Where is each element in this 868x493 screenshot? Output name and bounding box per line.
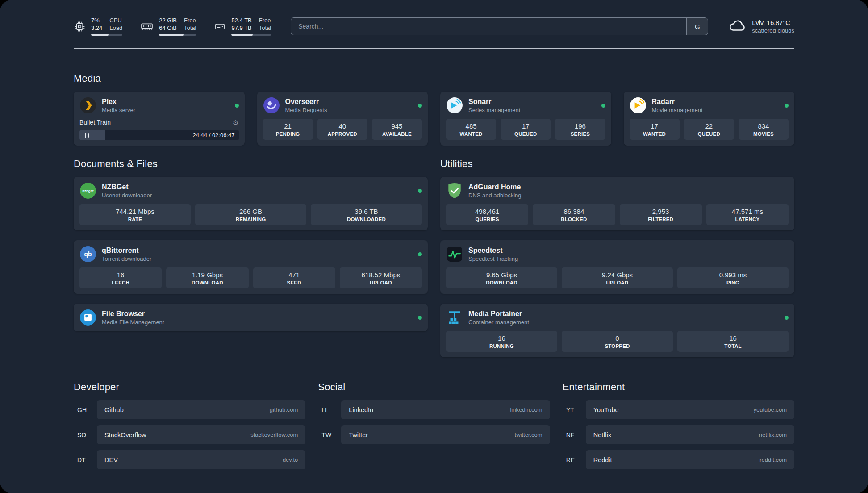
bookmark-link[interactable]: Reddit reddit.com (586, 450, 794, 469)
disk-total-label: Total (259, 25, 271, 32)
stat-tile-wanted: 485 WANTED (446, 119, 496, 140)
section-title-documents: Documents & Files (74, 158, 428, 170)
bookmark-abbr: TW (318, 431, 341, 439)
bookmark-youtube[interactable]: YT YouTube youtube.com (563, 400, 794, 419)
stat-tile-latency: 47.571 ms LATENCY (706, 204, 789, 225)
stat-tile-total: 16 TOTAL (677, 331, 789, 352)
bookmark-link[interactable]: LinkedIn linkedin.com (341, 400, 550, 419)
disk-total-value: 97.9 TB (231, 25, 251, 32)
bookmark-netflix[interactable]: NF Netflix netflix.com (563, 425, 794, 444)
bookmark-link[interactable]: Twitter twitter.com (341, 425, 550, 444)
playback-progress-bar[interactable]: 24:44 / 02:06:47 (79, 130, 239, 140)
weather-location: Lviv, 16.87°C (752, 19, 794, 26)
bookmark-link[interactable]: YouTube youtube.com (586, 400, 794, 419)
section-media: Media Plex Media server (74, 73, 794, 146)
gear-icon[interactable]: ⚙ (233, 119, 238, 126)
memory-progress-fill (159, 34, 184, 36)
svg-text:nzbget: nzbget (82, 189, 94, 193)
bookmark-link[interactable]: StackOverflow stackoverflow.com (97, 425, 305, 444)
stat-tile-series: 196 SERIES (555, 119, 605, 140)
bookmark-link[interactable]: Github github.com (97, 400, 305, 419)
service-name: File Browser (102, 310, 164, 318)
section-title-media: Media (74, 73, 794, 84)
filebrowser-icon (79, 309, 96, 326)
now-playing-title: Bullet Train (79, 119, 111, 126)
service-card-filebrowser[interactable]: File Browser Media File Management (74, 304, 428, 331)
bookmark-link[interactable]: DEV dev.to (97, 450, 305, 469)
service-name: Plex (102, 98, 135, 106)
bookmark-stackoverflow[interactable]: SO StackOverflow stackoverflow.com (74, 425, 305, 444)
stat-tile-queued: 17 QUEUED (501, 119, 551, 140)
dashboard: 7% 3.24 CPU Load (0, 0, 868, 493)
weather-widget[interactable]: Lviv, 16.87°C scattered clouds (728, 16, 794, 37)
service-card-speedtest[interactable]: Speedtest Speedtest Tracking 9.65 Gbps D… (440, 240, 794, 294)
stat-tile-queued: 22 QUEUED (684, 119, 734, 140)
stat-tile-ping: 0.993 ms PING (677, 267, 789, 288)
bookmark-reddit[interactable]: RE Reddit reddit.com (563, 450, 794, 469)
section-title-utilities: Utilities (440, 158, 794, 170)
stat-tile-blocked: 86,384 BLOCKED (533, 204, 615, 225)
service-description: Container management (468, 319, 529, 326)
service-card-plex[interactable]: Plex Media server Bullet Train ⚙ 24:44 /… (74, 92, 245, 146)
section-documents: Documents & Files nzbget (74, 158, 428, 331)
status-dot (785, 316, 789, 320)
plex-icon (79, 97, 96, 114)
bookmark-dev[interactable]: DT DEV dev.to (74, 450, 305, 469)
resource-widgets: 7% 3.24 CPU Load (74, 17, 271, 36)
section-utilities: Utilities AdGuard Home (440, 158, 794, 357)
memory-free-label: Free (184, 17, 196, 25)
load-label: Load (109, 25, 122, 32)
bookmark-link[interactable]: Netflix netflix.com (586, 425, 794, 444)
service-name: Overseerr (285, 98, 327, 106)
cpu-progress-fill (91, 34, 108, 36)
memory-progress-track (159, 34, 196, 36)
service-card-nzbget[interactable]: nzbget NZBGet Usenet downloader 74 (74, 177, 428, 230)
service-card-adguard[interactable]: AdGuard Home DNS and adblocking 498,461 … (440, 177, 794, 230)
service-description: Movie management (652, 107, 703, 113)
service-description: Torrent downloader (102, 255, 151, 262)
media-grid: Plex Media server Bullet Train ⚙ 24:44 /… (74, 92, 794, 146)
service-card-overseerr[interactable]: Overseerr Media Requests 21 PENDING 40 A… (257, 92, 428, 146)
cpu-icon (74, 21, 86, 33)
service-card-qbittorrent[interactable]: qb qBittorrent Torrent downloader (74, 240, 428, 294)
pause-button[interactable] (81, 132, 92, 138)
search-input[interactable] (291, 18, 686, 35)
service-card-sonarr[interactable]: Sonarr Series management 485 WANTED 17 Q… (440, 92, 611, 146)
sonarr-icon (446, 97, 463, 114)
weather-condition: scattered clouds (752, 27, 794, 34)
section-title-entertainment: Entertainment (563, 381, 794, 393)
service-name: Speedtest (468, 246, 518, 255)
stat-tile-leech: 16 LEECH (79, 267, 162, 288)
disk-progress-track (231, 34, 271, 36)
svg-text:qb: qb (84, 251, 92, 258)
service-description: Speedtest Tracking (468, 255, 518, 262)
stat-tile-download: 9.65 Gbps DOWNLOAD (446, 267, 557, 288)
section-title-social: Social (318, 381, 550, 393)
disk-free-value: 52.4 TB (231, 17, 251, 25)
bookmark-abbr: LI (318, 406, 341, 414)
bookmark-linkedin[interactable]: LI LinkedIn linkedin.com (318, 400, 550, 419)
service-card-radarr[interactable]: Radarr Movie management 17 WANTED 22 QUE… (624, 92, 795, 146)
radarr-icon (630, 97, 647, 114)
resource-widget-memory: 22 GiB 64 GiB Free Total (140, 17, 196, 36)
bookmark-abbr: NF (563, 431, 586, 439)
status-dot (418, 189, 422, 193)
stat-tile-upload: 618.52 Mbps UPLOAD (340, 267, 422, 288)
top-bar: 7% 3.24 CPU Load (0, 0, 868, 37)
service-description: Media server (102, 107, 135, 113)
stat-tile-remaining: 266 GB REMAINING (195, 204, 306, 225)
nzbget-icon: nzbget (79, 182, 96, 199)
service-name: Sonarr (468, 98, 520, 106)
memory-icon (140, 20, 154, 33)
stat-tile-pending: 21 PENDING (263, 119, 313, 140)
service-name: NZBGet (102, 183, 152, 191)
stat-tile-movies: 834 MOVIES (739, 119, 789, 140)
qbittorrent-icon: qb (79, 246, 96, 263)
bookmark-twitter[interactable]: TW Twitter twitter.com (318, 425, 550, 444)
search-provider-button[interactable]: G (686, 18, 708, 35)
bookmark-github[interactable]: GH Github github.com (74, 400, 305, 419)
service-description: Series management (468, 107, 520, 113)
section-title-developer: Developer (74, 381, 305, 393)
bookmark-abbr: YT (563, 406, 586, 414)
service-card-portainer[interactable]: Media Portainer Container management 16 … (440, 304, 794, 357)
